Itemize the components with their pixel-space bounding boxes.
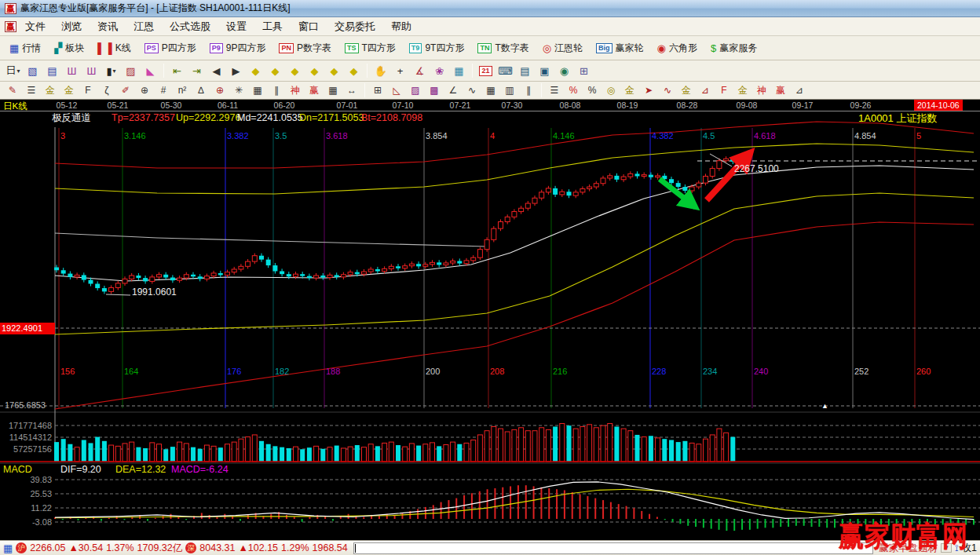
segment-measure-button[interactable]: ∥ (267, 83, 286, 98)
winner-wheel-button[interactable]: Big赢家轮 (590, 38, 650, 58)
gann-target-button[interactable]: ⊕ (210, 83, 229, 98)
candle-style-selector-button[interactable]: ▮▾ (101, 62, 121, 79)
gold-ring-button[interactable]: ◎ (602, 83, 620, 98)
gold-line-button[interactable]: 金 (620, 83, 639, 98)
t9-square-button[interactable]: T99T四方形 (403, 38, 471, 58)
gold-section-button[interactable]: 金 (41, 83, 60, 98)
chart-plot[interactable] (0, 111, 980, 540)
time-lines-button[interactable]: # (154, 83, 173, 98)
winner-service-button[interactable]: $赢家服务 (704, 38, 763, 58)
star-rays-button[interactable]: ✳ (229, 83, 248, 98)
gann-circle-button[interactable]: ⊕ (135, 83, 154, 98)
ying-angle-button[interactable]: 赢 (771, 83, 790, 98)
maze-pattern-tool-button[interactable]: ▦ (449, 62, 469, 79)
remote-tool-button[interactable]: ⊞ (574, 62, 594, 79)
parallel-lines-button[interactable]: ∥ (519, 83, 538, 98)
t-square-button[interactable]: TST四方形 (338, 38, 402, 58)
hand-tool-button[interactable]: ✋ (371, 62, 390, 79)
page-next-button[interactable]: ▶ (226, 62, 246, 79)
p-number-table-button[interactable]: PNP数字表 (272, 38, 338, 58)
menu-item-4[interactable]: 公式选股 (163, 18, 218, 35)
crosshair-tool-button[interactable]: + (390, 62, 410, 79)
grid-box-button[interactable]: ▥ (500, 83, 519, 98)
flower-tool-button[interactable]: ❀ (430, 62, 449, 79)
gann-pen-button[interactable]: ✎ (3, 83, 22, 98)
market-grid-icon[interactable]: ▦ (3, 542, 13, 554)
ratio-table-button[interactable]: ☰ (545, 83, 564, 98)
fib-levels-button[interactable]: F (79, 83, 97, 98)
mirror-line-button[interactable]: ∆ (192, 83, 210, 98)
send-web-tool-button[interactable]: ◉ (554, 62, 574, 79)
hexagon-button[interactable]: ◉六角形 (651, 38, 704, 58)
menu-item-2[interactable]: 资讯 (90, 18, 125, 35)
period-day-selector-button[interactable]: 日▾ (3, 62, 23, 79)
pattern-box-button[interactable]: ▨ (121, 62, 141, 79)
menu-item-7[interactable]: 窗口 (291, 18, 326, 35)
quotes-button[interactable]: ▦行情 (3, 38, 47, 58)
calculator-tool-button[interactable]: ⌨ (495, 62, 515, 79)
status-input[interactable] (353, 542, 873, 554)
gann-fan-button[interactable]: ◺ (387, 83, 406, 98)
compress-chart-button[interactable]: ◆ (324, 62, 344, 79)
gold-angle-2-button[interactable]: 金 (733, 83, 752, 98)
date-grid-button[interactable]: ▦ (324, 83, 342, 98)
hatch-lines-button[interactable]: ☰ (22, 83, 41, 98)
first-page-button[interactable]: ⇤ (167, 62, 187, 79)
scroll-up-arrow-icon[interactable]: ▲ (821, 401, 828, 411)
menu-item-6[interactable]: 工具 (255, 18, 290, 35)
p9-square-button[interactable]: P99P四方形 (203, 38, 272, 58)
ying-tool-button[interactable]: 赢 (305, 83, 324, 98)
wave-tool-button[interactable]: ∿ (658, 83, 677, 98)
shen-angle-button[interactable]: 神 (752, 83, 771, 98)
trend-angle-button[interactable]: ∠ (444, 83, 463, 98)
save-tool-button[interactable]: ▣ (535, 62, 554, 79)
zigzag-tool-button[interactable]: ∿ (463, 83, 481, 98)
menu-item-9[interactable]: 帮助 (384, 18, 419, 35)
gann-wheel-button[interactable]: ◎江恩轮 (536, 38, 589, 58)
gold-section-2-button[interactable]: 金 (60, 83, 79, 98)
menu-item-5[interactable]: 设置 (219, 18, 254, 35)
expand-chart-button[interactable]: ◆ (344, 62, 364, 79)
zoom-out-horizontal-button[interactable]: ◆ (285, 62, 305, 79)
info-clipboard-button[interactable]: ▤ (42, 62, 62, 79)
shaded-box-button[interactable]: ▨ (406, 83, 425, 98)
percent-line-button[interactable]: % (583, 83, 602, 98)
zoom-in-horizontal-button[interactable]: ◆ (305, 62, 324, 79)
bars-9-button[interactable]: Ш (82, 62, 101, 79)
menu-item-8[interactable]: 交易委托 (327, 18, 382, 35)
menu-item-1[interactable]: 浏览 (54, 18, 89, 35)
color-chart-button[interactable]: ◣ (141, 62, 160, 79)
shift-left-button[interactable]: ◆ (246, 62, 265, 79)
last-page-button[interactable]: ⇥ (187, 62, 207, 79)
pattern-search-button[interactable]: ▧ (23, 62, 42, 79)
shift-right-button[interactable]: ◆ (265, 62, 285, 79)
page-prev-button[interactable]: ◀ (207, 62, 226, 79)
shaded-box-2-button[interactable]: ▩ (425, 83, 444, 98)
spiral-tool-button[interactable]: ζ (97, 83, 116, 98)
menu-item-3[interactable]: 江恩 (126, 18, 161, 35)
date-axis[interactable]: 日K线 2014-10-06 05-1205-2105-3006-1106-20… (0, 100, 980, 111)
menu-item-0[interactable]: 文件 (18, 18, 53, 35)
chart-canvas[interactable]: 极反通道 Tp=2337.7357 Up=2292.2976 Md=2241.0… (0, 111, 980, 540)
p-square-button[interactable]: PSP四方形 (138, 38, 203, 58)
quad-angle-button[interactable]: ⊿ (790, 83, 809, 98)
gann-box-button[interactable]: ⊞ (368, 83, 387, 98)
angle-measure-tool-button[interactable]: ∡ (410, 62, 430, 79)
sectors-button[interactable]: ▞板块 (48, 38, 90, 58)
calendar-tool-button[interactable]: 21 (476, 62, 495, 79)
width-measure-button[interactable]: ↔ (342, 83, 361, 98)
gann-grid-button[interactable]: ▦ (248, 83, 267, 98)
percent-retrace-button[interactable]: % (564, 83, 583, 98)
kline-button[interactable]: ▌▐K线 (91, 38, 137, 58)
brush-tool-button[interactable]: ✐ (116, 83, 135, 98)
bars-3-button[interactable]: Ш (62, 62, 82, 79)
notes-tool-button[interactable]: ▤ (515, 62, 535, 79)
f-angle-button[interactable]: F (715, 83, 733, 98)
t-number-table-button[interactable]: TNT数字表 (471, 38, 535, 58)
grid-full-button[interactable]: ▦ (481, 83, 500, 98)
arrow-note-button[interactable]: ➤ (639, 83, 658, 98)
j-angle-button[interactable]: ⊿ (696, 83, 715, 98)
n-square-tool-button[interactable]: n² (173, 83, 192, 98)
shen-tool-button[interactable]: 神 (286, 83, 305, 98)
gold-angle-button[interactable]: 金 (677, 83, 696, 98)
